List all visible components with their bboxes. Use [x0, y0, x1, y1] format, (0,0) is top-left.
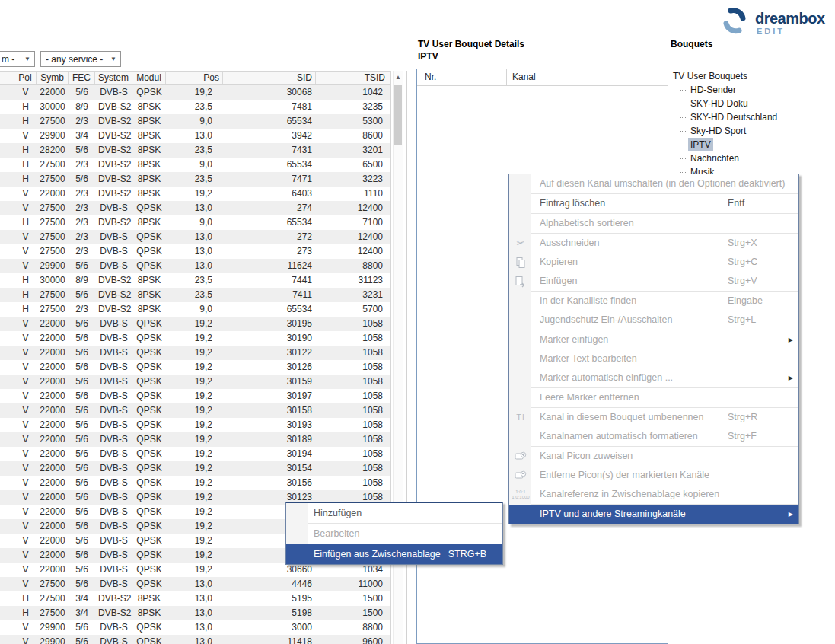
menu-item-iptv-und-andere-streamingkanäle[interactable]: IPTV und andere Streamingkanäle▶ [509, 505, 798, 524]
tree-root-tv-user-bouquets[interactable]: TV User Bouquets [673, 69, 833, 83]
cell [0, 143, 14, 158]
cell: 22000 [37, 476, 69, 490]
details-column-header-nr[interactable]: Nr. [417, 69, 507, 85]
table-row[interactable]: V220002/3DVB-S28PSK19,264031110 [0, 187, 390, 201]
table-row[interactable]: V220005/6DVB-SQPSK19,2301971058 [0, 389, 390, 403]
tree-item-hd-sender[interactable]: HD-Sender [680, 83, 833, 97]
menu-item-label: IPTV und andere Streamingkanäle [540, 509, 686, 519]
column-header-FEC[interactable]: FEC [69, 72, 95, 84]
menu-item-shortcut: Strg+R [728, 408, 757, 427]
cell: QPSK [132, 519, 166, 534]
table-row[interactable]: V220005/6DVB-SQPSK19,2301901058 [0, 331, 390, 346]
cell: 5/6 [69, 534, 95, 548]
table-row[interactable]: H275002/3DVB-S28PSK9,0655345700 [0, 302, 390, 317]
cell: QPSK [132, 201, 166, 215]
service-filter-dropdown[interactable]: - any service - ▼ [40, 51, 121, 67]
cell: 19,2 [166, 403, 223, 418]
cell: DVB-S [95, 577, 132, 591]
table-row[interactable]: V299005/6DVB-SQPSK13,0116248800 [0, 259, 390, 273]
cell: V [14, 317, 37, 331]
cell: 3/4 [69, 591, 95, 606]
tree-item-sky-hd-doku[interactable]: SKY-HD Doku [680, 97, 833, 110]
cell: 27500 [37, 244, 69, 259]
table-row[interactable]: H300008/9DVB-S28PSK23,5744131123 [0, 273, 390, 288]
tree-item-iptv[interactable]: IPTV [680, 138, 833, 151]
table-row[interactable]: V220005/6DVB-SQPSK19,2301561058 [0, 476, 390, 490]
column-header-blank[interactable] [0, 72, 14, 84]
table-row[interactable]: V275005/6DVB-SQPSK13,0444611000 [0, 577, 390, 591]
tree-item-label: Sky-HD Sport [688, 124, 748, 138]
system-filter-dropdown[interactable]: m - ▼ [0, 51, 35, 67]
scrollbar-thumb[interactable] [394, 85, 402, 145]
menu-item-einfügen-aus-zwischenablage[interactable]: Einfügen aus ZwischenablageSTRG+B [286, 544, 502, 564]
table-row[interactable]: V275002/3DVB-SQPSK13,027412400 [0, 201, 390, 215]
cell: 1058 [316, 331, 388, 346]
cell: 29900 [37, 635, 69, 644]
cell [0, 85, 14, 100]
table-row[interactable]: H275003/4DVB-S28PSK13,051981500 [0, 606, 390, 620]
menu-item-eintrag-löschen[interactable]: Eintrag löschenEntf [509, 194, 798, 213]
cell: 3235 [316, 100, 388, 114]
cell: 22000 [37, 331, 69, 346]
cell: 30189 [223, 432, 316, 447]
scroll-up-icon[interactable]: ▲ [394, 71, 403, 84]
column-header-Pos[interactable]: Pos [166, 72, 223, 84]
tree-item-nachrichten[interactable]: Nachrichten [680, 151, 833, 165]
tree-item-label: Nachrichten [688, 151, 741, 165]
table-row[interactable]: H282005/6DVB-S28PSK23,574313201 [0, 143, 390, 158]
cell: 22000 [37, 403, 69, 418]
table-row[interactable]: V220005/6DVB-SQPSK19,2301261058 [0, 360, 390, 375]
table-row[interactable]: V299005/6DVB-SQPSK13,030008800 [0, 620, 390, 635]
menu-item-label: Bearbeiten [314, 528, 359, 539]
cell: 65534 [223, 114, 316, 129]
cell: 7431 [223, 143, 316, 158]
table-row[interactable]: H275005/6DVB-S28PSK23,574113231 [0, 288, 390, 302]
table-row[interactable]: V220005/6DVB-SQPSK19,2301591058 [0, 375, 390, 389]
details-column-header-kanal[interactable]: Kanal [507, 69, 668, 85]
column-header-Symb[interactable]: Symb [37, 72, 69, 84]
table-row[interactable]: V275002/3DVB-SQPSK13,027312400 [0, 244, 390, 259]
cell: 22000 [37, 432, 69, 447]
dreambox-swirl-icon [719, 6, 752, 37]
cell: 28200 [37, 143, 69, 158]
column-header-System[interactable]: System [95, 72, 132, 84]
cell: 22000 [37, 563, 69, 577]
cell: 13,0 [166, 230, 223, 244]
menu-item-hinzufügen[interactable]: Hinzufügen [286, 503, 502, 523]
table-row[interactable]: V220005/6DVB-SQPSK19,2301581058 [0, 403, 390, 418]
column-header-Pol[interactable]: Pol [14, 72, 37, 84]
table-row[interactable]: V299005/6DVB-SQPSK13,0114189600 [0, 635, 390, 644]
table-row[interactable]: V220005/6DVB-SQPSK19,2301951058 [0, 317, 390, 331]
table-row[interactable]: V220005/6DVB-SQPSK19,2301941058 [0, 447, 390, 461]
cell: 22000 [37, 375, 69, 389]
table-row[interactable]: V220005/6DVB-SQPSK19,2300681042 [0, 85, 390, 100]
column-header-Modul[interactable]: Modul [132, 72, 166, 84]
cell [0, 201, 14, 215]
cell: 27500 [37, 215, 69, 230]
cell: 7441 [223, 273, 316, 288]
table-row[interactable]: H275002/3DVB-S28PSK9,0655346500 [0, 158, 390, 172]
table-row[interactable]: V299003/4DVB-S28PSK13,039428600 [0, 129, 390, 143]
tree-item-sky-hd-sport[interactable]: Sky-HD Sport [680, 124, 833, 138]
cell: 7100 [316, 215, 388, 230]
table-row[interactable]: H300008/9DVB-S28PSK23,574813235 [0, 100, 390, 114]
cell: 23,5 [166, 288, 223, 302]
table-row[interactable]: H275002/3DVB-S28PSK9,0655347100 [0, 215, 390, 230]
cell: DVB-S2 [95, 172, 132, 187]
table-row[interactable]: V220005/6DVB-SQPSK19,2301891058 [0, 432, 390, 447]
table-row[interactable]: V220005/6DVB-SQPSK19,2301221058 [0, 346, 390, 360]
table-row[interactable]: V275002/3DVB-SQPSK13,027212400 [0, 230, 390, 244]
column-header-TSID[interactable]: TSID [316, 72, 388, 84]
column-header-SID[interactable]: SID [223, 72, 316, 84]
tree-item-sky-hd-deutschland[interactable]: SKY-HD Deutschland [680, 110, 833, 124]
table-row[interactable]: H275003/4DVB-S28PSK13,051951500 [0, 591, 390, 606]
cell: 6403 [223, 187, 316, 201]
cell: 12400 [316, 201, 388, 215]
cell: 1058 [316, 346, 388, 360]
table-row[interactable]: V220005/6DVB-SQPSK19,2301931058 [0, 418, 390, 432]
table-row[interactable]: V220005/6DVB-SQPSK19,2301541058 [0, 461, 390, 476]
table-row[interactable]: H275005/6DVB-S28PSK23,574713223 [0, 172, 390, 187]
cell [0, 375, 14, 389]
cell: 3942 [223, 129, 316, 143]
table-row[interactable]: H275002/3DVB-S28PSK9,0655345300 [0, 114, 390, 129]
